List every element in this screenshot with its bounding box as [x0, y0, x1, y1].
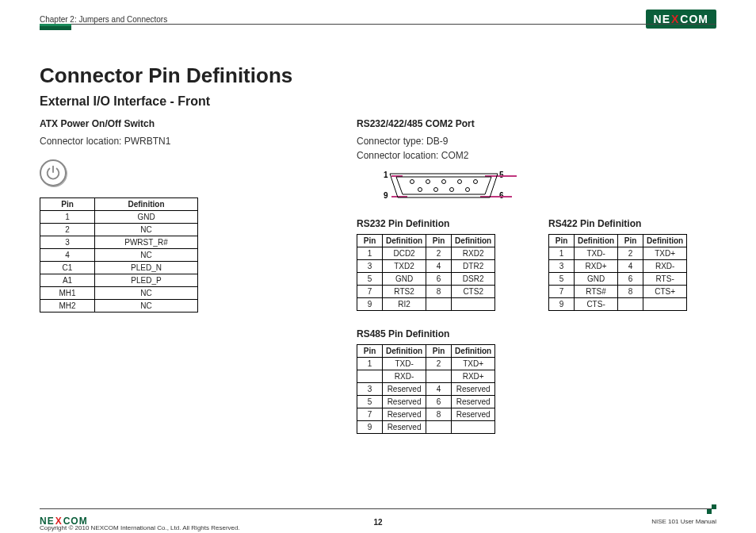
table-row: 7RTS28CTS2 [357, 286, 495, 298]
atx-heading: ATX Power On/Off Switch [40, 118, 333, 129]
table-row: 3RXD+4RXD- [549, 260, 687, 273]
table-row: 7Reserved8Reserved [357, 408, 495, 421]
table-row: 7RTS#8CTS+ [549, 286, 687, 298]
page-title: Connector Pin Definitions [40, 63, 716, 88]
com2-type: Connector type: DB-9 [357, 134, 716, 148]
table-row: 4NC [40, 249, 198, 262]
table-row: 3Reserved4Reserved [357, 383, 495, 396]
svg-point-5 [418, 188, 422, 192]
atx-pin-table: Pin Definition 1GND 2NC 3PWRST_R# 4NC C1… [40, 197, 198, 313]
table-row: 1GND [40, 211, 198, 224]
table-row: 5GND6RTS- [549, 273, 687, 286]
rs485-table: PinDefinition PinDefinition 1TXD-2TXD+ R… [357, 344, 495, 434]
svg-point-7 [450, 188, 454, 192]
footer-rule [40, 508, 716, 509]
col-atx: ATX Power On/Off Switch Connector locati… [40, 117, 333, 443]
spacer [548, 327, 716, 443]
page-header: Chapter 2: Jumpers and Connectors NEXCOM [40, 10, 716, 29]
svg-point-0 [410, 180, 414, 184]
chapter-label: Chapter 2: Jumpers and Connectors [40, 15, 167, 24]
table-row: MH1NC [40, 287, 198, 300]
svg-point-4 [474, 180, 478, 184]
table-row: 9RI2 [357, 298, 495, 311]
atx-location: Connector location: PWRBTN1 [40, 134, 333, 148]
rs232-table: PinDefinition PinDefinition 1DCD22RXD2 3… [357, 234, 495, 311]
table-row: MH2NC [40, 300, 198, 313]
rs485-block: RS485 Pin Definition PinDefinition PinDe… [357, 327, 525, 434]
rs485-title: RS485 Pin Definition [357, 328, 525, 339]
svg-point-3 [458, 180, 462, 184]
table-row: 5Reserved6Reserved [357, 396, 495, 408]
rs422-block: RS422 Pin Definition PinDefinition PinDe… [548, 217, 716, 311]
table-row: 1TXD-2TXD+ [549, 247, 687, 260]
svg-point-2 [442, 180, 446, 184]
rs232-title: RS232 Pin Definition [357, 218, 525, 229]
table-row: 9CTS- [549, 298, 687, 311]
db9-diagram: 1 5 9 6 [365, 169, 523, 207]
table-row: 5GND6DSR2 [357, 273, 495, 286]
rs422-table: PinDefinition PinDefinition 1TXD-2TXD+ 3… [548, 234, 687, 311]
power-icon [40, 159, 67, 186]
th-def: Definition [95, 198, 198, 211]
table-row: 3TXD24DTR2 [357, 260, 495, 273]
table-row: RXD-RXD+ [357, 370, 495, 383]
footer-page-number: 12 [0, 518, 756, 527]
brand-logo: NEXCOM [646, 10, 716, 29]
col-com2: RS232/422/485 COM2 Port Connector type: … [357, 117, 716, 443]
rs422-title: RS422 Pin Definition [548, 218, 716, 229]
svg-point-8 [466, 188, 470, 192]
svg-point-6 [434, 188, 438, 192]
footer-accent-squares [707, 504, 716, 514]
table-row: 9Reserved [357, 421, 495, 434]
com2-heading: RS232/422/485 COM2 Port [357, 118, 716, 129]
header-tab-accent [40, 24, 71, 30]
rs232-block: RS232 Pin Definition PinDefinition PinDe… [357, 217, 525, 311]
svg-point-1 [426, 180, 430, 184]
th-pin: Pin [40, 198, 95, 211]
com2-location: Connector location: COM2 [357, 148, 716, 163]
table-row: 1DCD22RXD2 [357, 247, 495, 260]
table-row: C1PLED_N [40, 262, 198, 274]
page-subtitle: External I/O Interface - Front [40, 94, 716, 109]
table-row: 1TXD-2TXD+ [357, 358, 495, 370]
table-row: 3PWRST_R# [40, 236, 198, 249]
db9-shell-icon [388, 172, 499, 199]
header-rule [40, 24, 716, 25]
table-row: A1PLED_P [40, 274, 198, 287]
page-body: Connector Pin Definitions External I/O I… [40, 48, 716, 443]
table-row: 2NC [40, 224, 198, 236]
